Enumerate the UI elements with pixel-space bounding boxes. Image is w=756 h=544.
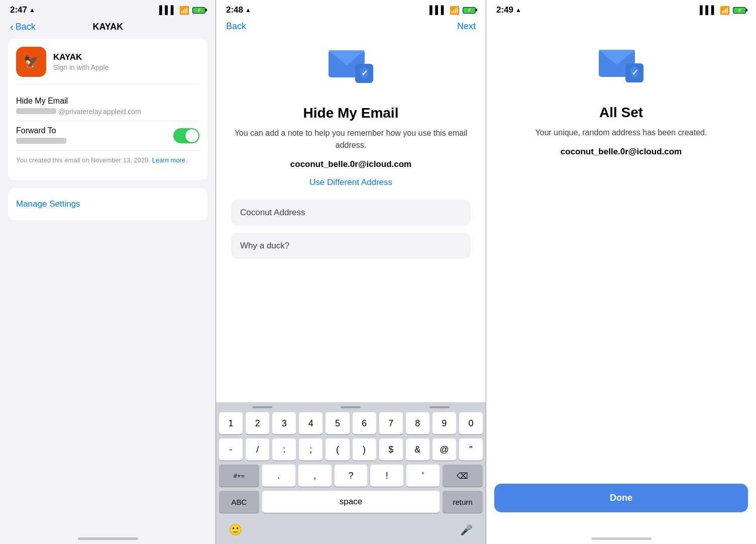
key-3[interactable]: 3 [272, 412, 296, 434]
screen3-content: All Set Your unique, random address has … [486, 95, 756, 294]
app-info: KAYAK Sign in with Apple [53, 52, 109, 71]
all-set-icon-area: ✓ [486, 42, 756, 82]
home-indicator-3 [591, 537, 652, 540]
battery-icon-2: ⚡ [463, 7, 476, 14]
signal-icon-3: ▌▌▌ [700, 6, 717, 15]
app-icon: 🦅 [16, 47, 46, 77]
key-quote[interactable]: " [459, 438, 483, 461]
screen3: 2:49 ▲ ▌▌▌ 📶 ⚡ ✓ All Set Your unique, ra… [486, 0, 756, 544]
key-dollar[interactable]: $ [379, 438, 403, 461]
key-9[interactable]: 9 [433, 412, 456, 434]
key-6[interactable]: 6 [353, 412, 376, 434]
forward-redacted [16, 138, 66, 144]
back-label-2: Back [226, 21, 246, 32]
hide-my-email-row: Hide My Email @privaterelay.appleid.com [16, 92, 199, 121]
key-space[interactable]: space [262, 491, 440, 513]
battery-bolt-1: ⚡ [196, 8, 202, 13]
key-0[interactable]: 0 [459, 412, 483, 434]
next-button-2[interactable]: Next [457, 21, 476, 32]
nav-title-1: KAYAK [93, 22, 124, 32]
screen1: 2:47 ▲ ▌▌▌ 📶 ⚡ ‹ Back KAYAK 🦅 [0, 0, 216, 544]
manage-settings-card: Manage Settings [8, 188, 207, 220]
location-icon-3: ▲ [515, 7, 521, 14]
forward-to-left: Forward To [16, 126, 66, 145]
key-dash[interactable]: - [219, 438, 243, 461]
key-5[interactable]: 5 [326, 412, 349, 434]
battery-icon-3: ⚡ [733, 7, 746, 14]
key-4[interactable]: 4 [299, 412, 322, 434]
status-bar-3: 2:49 ▲ ▌▌▌ 📶 ⚡ [486, 0, 756, 17]
location-icon-1: ▲ [29, 7, 35, 14]
key-at[interactable]: @ [433, 438, 456, 461]
key-comma[interactable]: , [298, 465, 332, 487]
forward-to-toggle[interactable] [173, 128, 199, 143]
back-label-1: Back [16, 22, 36, 32]
screen2-content: Hide My Email You can add a note to help… [216, 95, 486, 266]
forward-to-value [16, 137, 66, 145]
key-2[interactable]: 2 [246, 412, 269, 434]
note-input[interactable] [231, 233, 471, 259]
key-backspace[interactable]: ⌫ [443, 465, 483, 487]
key-abc[interactable]: ABC [219, 491, 259, 513]
done-button[interactable]: Done [494, 484, 748, 512]
time-3: 2:49 ▲ [496, 5, 521, 15]
all-set-icon: ✓ [596, 42, 646, 82]
back-button-2[interactable]: Back [226, 21, 246, 32]
key-exclaim[interactable]: ! [370, 465, 403, 487]
use-different-link[interactable]: Use Different Address [231, 177, 471, 188]
time-1: 2:47 ▲ [10, 5, 35, 15]
key-close-paren[interactable]: ) [353, 438, 376, 461]
hide-email-icon: ✓ [326, 43, 376, 83]
back-chevron-1: ‹ [10, 21, 14, 33]
key-semi[interactable]: ; [299, 438, 322, 461]
key-apostrophe[interactable]: ' [406, 465, 440, 487]
kb-handle [252, 406, 272, 408]
app-header: 🦅 KAYAK Sign in with Apple [16, 47, 199, 84]
forward-to-row: Forward To [16, 121, 199, 151]
app-sign-in: Sign in with Apple [53, 63, 109, 71]
hide-email-icon-area: ✓ [216, 43, 486, 83]
hide-my-email-label: Hide My Email [16, 97, 199, 106]
key-slash[interactable]: / [246, 438, 269, 461]
manage-settings-button[interactable]: Manage Settings [16, 195, 199, 213]
status-icons-1: ▌▌▌ 📶 ⚡ [159, 6, 205, 15]
key-8[interactable]: 8 [406, 412, 429, 434]
screen2: 2:48 ▲ ▌▌▌ 📶 ⚡ Back Next ✓ Hide [216, 0, 486, 544]
key-return[interactable]: return [443, 491, 483, 513]
screen3-email: coconut_belle.0r@icloud.com [561, 147, 682, 157]
wifi-icon-3: 📶 [720, 6, 730, 15]
signal-icon-2: ▌▌▌ [429, 6, 447, 15]
key-question[interactable]: ? [335, 465, 368, 487]
home-indicator-1 [78, 537, 138, 540]
wifi-icon-1: 📶 [179, 6, 189, 15]
key-7[interactable]: 7 [379, 412, 403, 434]
info-text-content: You created this email on November 13, 2… [16, 156, 150, 164]
time-2: 2:48 ▲ [226, 5, 251, 15]
learn-more-link[interactable]: Learn more. [152, 156, 187, 164]
emoji-button[interactable]: 🙂 [219, 519, 251, 541]
key-open-paren[interactable]: ( [326, 438, 349, 461]
done-label: Done [610, 493, 632, 503]
kb-handle2 [341, 406, 361, 408]
hide-my-email-value: @privaterelay.appleid.com [16, 108, 199, 116]
key-amp[interactable]: & [406, 438, 429, 461]
email-domain: @privaterelay.appleid.com [58, 108, 141, 116]
key-1[interactable]: 1 [219, 412, 243, 434]
app-card: 🦅 KAYAK Sign in with Apple Hide My Email… [8, 39, 207, 180]
screen2-desc: You can add a note to help you remember … [231, 127, 471, 151]
kb-handle3 [429, 406, 450, 408]
key-hash[interactable]: #+= [219, 465, 259, 487]
key-colon[interactable]: : [272, 438, 296, 461]
signal-icon-1: ▌▌▌ [159, 6, 176, 15]
kb-row-third: #+= . , ? ! ' ⌫ [216, 463, 486, 489]
info-text: You created this email on November 13, 2… [16, 151, 199, 172]
label-input[interactable] [231, 200, 471, 226]
time-value-3: 2:49 [496, 5, 513, 15]
location-icon-2: ▲ [245, 7, 251, 14]
back-button-1[interactable]: ‹ Back [10, 21, 36, 33]
kb-row-emoji: 🙂 🎤 [216, 517, 486, 544]
toggle-knob [185, 129, 198, 142]
screen3-title: All Set [599, 105, 643, 121]
key-period[interactable]: . [262, 465, 295, 487]
mic-button[interactable]: 🎤 [451, 519, 483, 541]
